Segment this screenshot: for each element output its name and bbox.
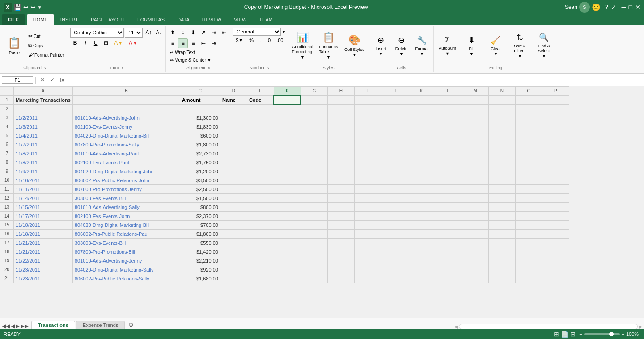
cell-D6[interactable] (220, 140, 247, 149)
delete-button[interactable]: ⊖ Delete ▼ (391, 33, 411, 59)
cell-E14[interactable] (247, 212, 274, 221)
cell-M3[interactable] (462, 113, 488, 122)
cell-B6[interactable]: 807800-Pro-Promotions-Sally (72, 140, 180, 149)
cell-J4[interactable] (381, 122, 408, 131)
cell-D13[interactable] (220, 203, 247, 212)
clipboard-expand-icon[interactable]: ↘ (43, 66, 47, 70)
cell-J21[interactable] (381, 274, 408, 283)
cell-N10[interactable] (488, 176, 515, 185)
cell-G11[interactable] (301, 185, 327, 194)
percent-button[interactable]: % (246, 37, 256, 44)
cell-M9[interactable] (462, 167, 488, 176)
zoom-out-button[interactable]: − (579, 331, 582, 337)
cell-K21[interactable] (408, 274, 435, 283)
conditional-dropdown-icon[interactable]: ▼ (301, 55, 305, 59)
comma-button[interactable]: , (257, 37, 263, 44)
fill-dropdown-icon[interactable]: ▼ (470, 52, 474, 56)
cell-B16[interactable]: 806002-Prs-Public Relations-Paul (72, 230, 180, 239)
number-expand-icon[interactable]: ↘ (267, 66, 270, 70)
cell-L4[interactable] (435, 122, 462, 131)
cell-J19[interactable] (381, 256, 408, 265)
cell-L16[interactable] (435, 230, 462, 239)
cell-B17[interactable]: 303003-Evs-Events-Bill (72, 239, 180, 247)
cell-H7[interactable] (327, 149, 354, 158)
cell-D21[interactable] (220, 274, 247, 283)
cell-I7[interactable] (354, 149, 381, 158)
cell-G8[interactable] (301, 158, 327, 167)
cell-P13[interactable] (542, 203, 569, 212)
cell-B8[interactable]: 802100-Evs-Events-Paul (72, 158, 180, 167)
close-button[interactable]: ✕ (635, 4, 640, 11)
row-header-15[interactable]: 15 (0, 221, 14, 230)
cell-K3[interactable] (408, 113, 435, 122)
cell-B2[interactable] (72, 105, 180, 113)
col-header-N[interactable]: N (488, 87, 515, 96)
paste-button[interactable]: 📋 Paste (4, 33, 25, 59)
cell-C21[interactable]: $1,680.00 (180, 274, 220, 283)
row-header-12[interactable]: 12 (0, 194, 14, 203)
cell-L6[interactable] (435, 140, 462, 149)
align-middle-button[interactable]: ↕ (178, 28, 188, 38)
row-header-1[interactable]: 1 (0, 96, 14, 105)
autosum-button[interactable]: Σ AutoSum ▼ (436, 33, 459, 59)
indent-left-button[interactable]: ⇤ (199, 38, 208, 48)
cell-F3[interactable] (274, 113, 301, 122)
autosum-dropdown-icon[interactable]: ▼ (445, 51, 449, 56)
cell-E12[interactable] (247, 194, 274, 203)
cell-F15[interactable] (274, 221, 301, 230)
merge-dropdown-icon[interactable]: ▼ (207, 58, 212, 63)
cell-F16[interactable] (274, 230, 301, 239)
fill-button[interactable]: ⬇ Fill ▼ (460, 33, 483, 59)
row-header-13[interactable]: 13 (0, 203, 14, 212)
cell-P7[interactable] (542, 149, 569, 158)
cell-A2[interactable] (14, 105, 73, 113)
cell-D7[interactable] (220, 149, 247, 158)
cell-F18[interactable] (274, 247, 301, 256)
scroll-left-button[interactable]: ◀ (454, 324, 458, 329)
sheet-tab-transactions[interactable]: Transactions (31, 321, 75, 329)
col-header-F[interactable]: F (274, 87, 301, 96)
prev-tab-button[interactable]: ◀ (11, 323, 15, 329)
cell-P18[interactable] (542, 247, 569, 256)
cell-C15[interactable]: $700.00 (180, 221, 220, 230)
cell-G2[interactable] (301, 105, 327, 113)
normal-view-button[interactable]: ⊞ (554, 331, 559, 338)
cell-I16[interactable] (354, 230, 381, 239)
cell-O5[interactable] (515, 131, 542, 140)
help-button[interactable]: ? (605, 4, 608, 10)
cell-K7[interactable] (408, 149, 435, 158)
cell-H3[interactable] (327, 113, 354, 122)
cell-N19[interactable] (488, 256, 515, 265)
cell-M10[interactable] (462, 176, 488, 185)
cell-O1[interactable] (515, 96, 542, 105)
col-header-B[interactable]: B (72, 87, 180, 96)
cell-H5[interactable] (327, 131, 354, 140)
cell-H2[interactable] (327, 105, 354, 113)
font-expand-icon[interactable]: ↘ (121, 66, 124, 70)
cell-I3[interactable] (354, 113, 381, 122)
cell-M11[interactable] (462, 185, 488, 194)
cell-F1[interactable] (274, 96, 301, 105)
cell-K5[interactable] (408, 131, 435, 140)
cell-J12[interactable] (381, 194, 408, 203)
cell-O18[interactable] (515, 247, 542, 256)
cell-H14[interactable] (327, 212, 354, 221)
cell-B4[interactable]: 802100-Evs-Events-Jenny (72, 122, 180, 131)
cell-O20[interactable] (515, 265, 542, 274)
cell-I10[interactable] (354, 176, 381, 185)
row-header-11[interactable]: 11 (0, 185, 14, 194)
cell-O14[interactable] (515, 212, 542, 221)
cell-O15[interactable] (515, 221, 542, 230)
cell-P12[interactable] (542, 194, 569, 203)
cell-B11[interactable]: 807800-Pro-Promotions-Jenny (72, 185, 180, 194)
cell-A7[interactable]: 11/8/2011 (14, 149, 73, 158)
cell-K16[interactable] (408, 230, 435, 239)
cell-D11[interactable] (220, 185, 247, 194)
cell-B18[interactable]: 807800-Pro-Promotions-Bill (72, 247, 180, 256)
row-header-5[interactable]: 5 (0, 131, 14, 140)
cell-P10[interactable] (542, 176, 569, 185)
cell-J17[interactable] (381, 239, 408, 247)
cell-J10[interactable] (381, 176, 408, 185)
cell-O6[interactable] (515, 140, 542, 149)
cell-C7[interactable]: $2,730.00 (180, 149, 220, 158)
